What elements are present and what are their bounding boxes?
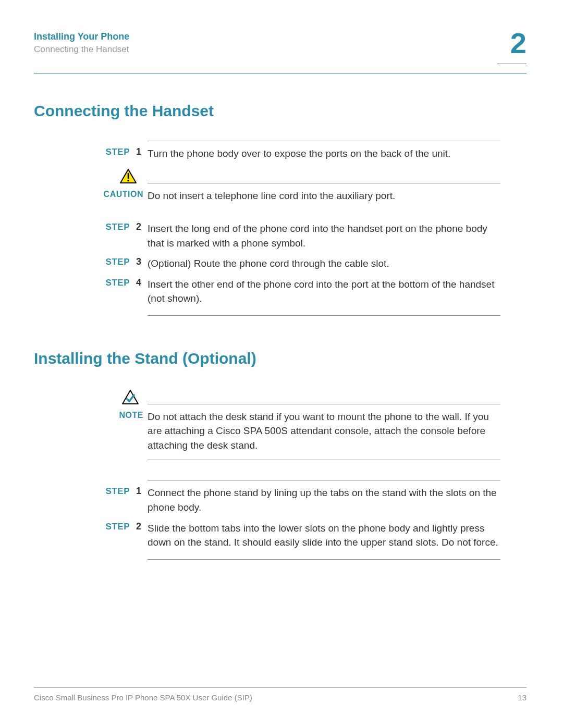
- header-section-title: Connecting the Handset: [34, 44, 527, 55]
- caution-row: CAUTION Do not insert a telephone line c…: [96, 189, 500, 203]
- step-row: STEP 4 Insert the other end of the phone…: [96, 277, 500, 306]
- step-number: 4: [130, 277, 143, 288]
- step-row: STEP 1 Connect the phone stand by lining…: [96, 486, 500, 514]
- caution-text: Do not insert a telephone line cord into…: [143, 189, 500, 203]
- note-icon: [121, 389, 139, 405]
- rule: [148, 460, 500, 460]
- caution-label: CAUTION: [104, 190, 143, 199]
- step-number: 1: [130, 486, 143, 497]
- step-row: STEP 1 Turn the phone body over to expos…: [96, 146, 500, 161]
- section1-content: STEP 1 Turn the phone body over to expos…: [96, 141, 500, 316]
- header-chapter-title: Installing Your Phone: [34, 31, 527, 42]
- step-row: STEP 2 Slide the bottom tabs into the lo…: [96, 521, 500, 550]
- chapter-underline: [497, 64, 527, 64]
- note-row: NOTE Do not attach the desk stand if you…: [96, 410, 500, 453]
- step-text: Slide the bottom tabs into the lower slo…: [143, 521, 500, 550]
- chapter-number: 2: [510, 26, 527, 60]
- page-header: Installing Your Phone Connecting the Han…: [34, 31, 527, 73]
- section2-content: NOTE Do not attach the desk stand if you…: [96, 388, 500, 560]
- step-label: STEP: [106, 257, 130, 267]
- step-number: 3: [130, 256, 143, 267]
- rule: [148, 141, 500, 141]
- svg-marker-3: [123, 390, 138, 404]
- caution-icon: [119, 168, 137, 184]
- step-text: Insert the other end of the phone cord i…: [143, 277, 500, 306]
- step-row: STEP 2 Insert the long end of the phone …: [96, 221, 500, 250]
- note-icon-wrap: [96, 388, 143, 405]
- note-text: Do not attach the desk stand if you want…: [143, 410, 500, 453]
- step-text: (Optional) Route the phone cord through …: [143, 256, 500, 271]
- step-text: Insert the long end of the phone cord in…: [143, 221, 500, 250]
- step-label: STEP: [106, 522, 130, 532]
- rule: [148, 480, 500, 480]
- step-label: STEP: [106, 278, 130, 288]
- rule: [148, 315, 500, 316]
- step-label: STEP: [106, 486, 130, 497]
- footer-guide-name: Cisco Small Business Pro IP Phone SPA 50…: [34, 693, 252, 702]
- footer-page-number: 13: [518, 693, 527, 702]
- step-number: 2: [130, 521, 143, 532]
- step-label: STEP: [106, 222, 130, 232]
- header-rule: [34, 73, 527, 73]
- step-number: 2: [130, 221, 143, 232]
- page-footer: Cisco Small Business Pro IP Phone SPA 50…: [34, 687, 527, 702]
- caution-icon-wrap: [96, 167, 143, 184]
- section-title-connecting-handset: Connecting the Handset: [34, 102, 527, 120]
- step-row: STEP 3 (Optional) Route the phone cord t…: [96, 256, 500, 271]
- step-text: Turn the phone body over to expose the p…: [143, 146, 500, 161]
- rule: [148, 404, 500, 404]
- rule: [148, 183, 500, 183]
- footer-rule: [34, 687, 527, 688]
- svg-point-2: [127, 179, 129, 181]
- note-label: NOTE: [119, 411, 143, 420]
- section-title-installing-stand: Installing the Stand (Optional): [34, 350, 527, 367]
- step-number: 1: [130, 146, 143, 157]
- rule: [148, 559, 500, 560]
- step-label: STEP: [106, 147, 130, 157]
- step-text: Connect the phone stand by lining up the…: [143, 486, 500, 514]
